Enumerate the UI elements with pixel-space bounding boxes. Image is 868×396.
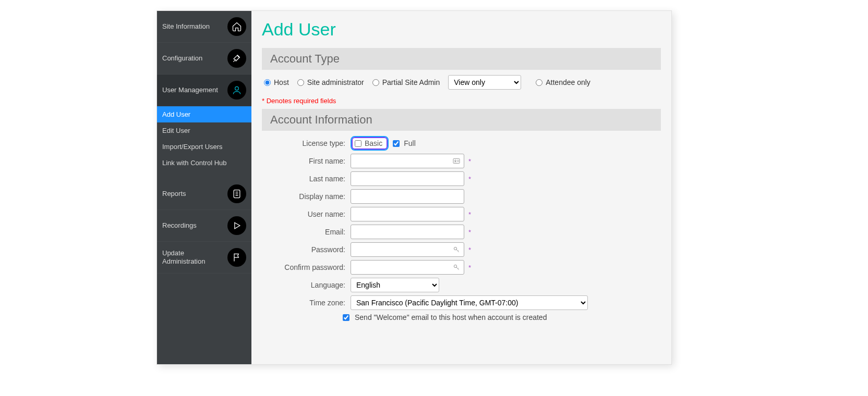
checkbox-license-basic[interactable] bbox=[355, 140, 361, 147]
required-star-last-name: * bbox=[468, 175, 471, 183]
partial-site-admin-select[interactable]: View only bbox=[448, 75, 521, 90]
radio-option-site-administrator[interactable]: Site administrator bbox=[297, 78, 364, 86]
form-row-language: Language: English bbox=[262, 278, 661, 292]
first-name-input[interactable] bbox=[351, 154, 464, 168]
sidebar-item-recordings[interactable]: Recordings bbox=[157, 210, 251, 242]
section-header-account-information: Account Information bbox=[262, 109, 661, 131]
form-row-password: Password: * bbox=[262, 242, 661, 257]
send-welcome-label: Send "Welcome" email to this host when a… bbox=[355, 313, 547, 321]
confirm-password-input[interactable] bbox=[351, 260, 464, 275]
email-input[interactable] bbox=[351, 225, 464, 239]
page-title: Add User bbox=[262, 19, 661, 40]
radio-option-partial-site-admin[interactable]: Partial Site Admin bbox=[372, 78, 440, 86]
required-star-user-name: * bbox=[468, 211, 471, 218]
user-icon bbox=[227, 81, 246, 100]
tools-icon bbox=[227, 49, 246, 68]
checkbox-send-welcome[interactable] bbox=[343, 314, 349, 321]
sidebar-subitem-add-user[interactable]: Add User bbox=[157, 106, 251, 122]
sidebar-label-configuration: Configuration bbox=[162, 54, 224, 63]
form-field-language: English bbox=[351, 278, 439, 292]
form-row-first-name: First name: * bbox=[262, 154, 661, 168]
app-shell: Site Information Configuration User Mana… bbox=[156, 10, 672, 365]
sidebar-label-update-administration: Update Administration bbox=[162, 249, 224, 266]
form-label-confirm-password: Confirm password: bbox=[262, 263, 351, 271]
document-icon bbox=[227, 184, 246, 203]
sidebar-label-reports: Reports bbox=[162, 190, 224, 198]
form-label-user-name: User name: bbox=[262, 210, 351, 218]
user-name-input[interactable] bbox=[351, 207, 464, 221]
radio-option-attendee-only[interactable]: Attendee only bbox=[536, 78, 590, 86]
radio-site-administrator[interactable] bbox=[297, 79, 304, 86]
language-select[interactable]: English bbox=[351, 278, 439, 292]
form-field-user-name: * bbox=[351, 207, 471, 221]
radio-label-site-administrator: Site administrator bbox=[307, 78, 364, 86]
required-fields-note: * Denotes required fields bbox=[262, 97, 661, 105]
form-row-email: Email: * bbox=[262, 225, 661, 239]
checkbox-license-full[interactable] bbox=[393, 140, 400, 147]
sidebar: Site Information Configuration User Mana… bbox=[157, 11, 251, 364]
license-full-label: Full bbox=[404, 139, 416, 147]
sidebar-item-reports[interactable]: Reports bbox=[157, 178, 251, 210]
form-label-license-type: License type: bbox=[262, 139, 351, 147]
form-row-time-zone: Time zone: San Francisco (Pacific Daylig… bbox=[262, 295, 661, 310]
section-header-account-type: Account Type bbox=[262, 48, 661, 70]
sidebar-subitem-link-control-hub[interactable]: Link with Control Hub bbox=[157, 155, 251, 171]
sidebar-item-update-administration[interactable]: Update Administration bbox=[157, 242, 251, 274]
required-star-password: * bbox=[468, 246, 471, 254]
form-row-last-name: Last name: * bbox=[262, 171, 661, 186]
account-type-row: Host Site administrator Partial Site Adm… bbox=[264, 75, 659, 90]
required-star-email: * bbox=[468, 228, 471, 236]
sidebar-label-recordings: Recordings bbox=[162, 221, 224, 230]
radio-host[interactable] bbox=[264, 79, 271, 86]
radio-label-attendee-only: Attendee only bbox=[546, 78, 590, 86]
form-field-license-type: Basic Full bbox=[351, 136, 416, 151]
sidebar-item-site-information[interactable]: Site Information bbox=[157, 11, 251, 43]
radio-label-partial-site-admin: Partial Site Admin bbox=[382, 78, 440, 86]
form-row-display-name: Display name: bbox=[262, 189, 661, 204]
form-label-display-name: Display name: bbox=[262, 192, 351, 201]
display-name-input[interactable] bbox=[351, 189, 464, 204]
radio-option-host[interactable]: Host bbox=[264, 78, 289, 86]
form-field-last-name: * bbox=[351, 171, 471, 186]
required-star-first-name: * bbox=[468, 157, 471, 165]
form-row-confirm-password: Confirm password: * bbox=[262, 260, 661, 275]
sidebar-subitem-import-export[interactable]: Import/Export Users bbox=[157, 139, 251, 155]
form-label-first-name: First name: bbox=[262, 157, 351, 165]
sidebar-label-site-information: Site Information bbox=[162, 22, 224, 31]
form-field-time-zone: San Francisco (Pacific Daylight Time, GM… bbox=[351, 295, 588, 310]
time-zone-select[interactable]: San Francisco (Pacific Daylight Time, GM… bbox=[351, 295, 588, 310]
form-label-email: Email: bbox=[262, 228, 351, 236]
form-row-license-type: License type: Basic Full bbox=[262, 136, 661, 151]
first-name-input-wrap bbox=[351, 154, 464, 168]
form-label-language: Language: bbox=[262, 281, 351, 289]
form-field-email: * bbox=[351, 225, 471, 239]
send-welcome-row: Send "Welcome" email to this host when a… bbox=[343, 313, 661, 321]
license-basic-label: Basic bbox=[365, 139, 382, 147]
form-field-password: * bbox=[351, 242, 471, 257]
radio-label-host: Host bbox=[274, 78, 289, 86]
required-star-confirm-password: * bbox=[468, 264, 471, 271]
form-label-password: Password: bbox=[262, 245, 351, 254]
svg-point-0 bbox=[235, 86, 239, 90]
form-field-first-name: * bbox=[351, 154, 471, 168]
last-name-input[interactable] bbox=[351, 171, 464, 186]
password-input-wrap bbox=[351, 242, 464, 257]
sidebar-label-user-management: User Management bbox=[162, 86, 224, 94]
license-basic-highlight: Basic bbox=[351, 136, 389, 151]
play-icon bbox=[227, 216, 246, 235]
form-label-time-zone: Time zone: bbox=[262, 299, 351, 307]
form-field-confirm-password: * bbox=[351, 260, 471, 275]
confirm-password-input-wrap bbox=[351, 260, 464, 275]
form-field-display-name bbox=[351, 189, 464, 204]
home-icon bbox=[227, 17, 246, 36]
sidebar-item-configuration[interactable]: Configuration bbox=[157, 43, 251, 75]
sidebar-item-user-management[interactable]: User Management bbox=[157, 75, 251, 106]
flag-icon bbox=[227, 248, 246, 267]
form-label-last-name: Last name: bbox=[262, 175, 351, 183]
sidebar-subitem-edit-user[interactable]: Edit User bbox=[157, 122, 251, 139]
radio-attendee-only[interactable] bbox=[536, 79, 542, 86]
main-content: Add User Account Type Host Site administ… bbox=[251, 11, 671, 364]
radio-partial-site-admin[interactable] bbox=[372, 79, 379, 86]
password-input[interactable] bbox=[351, 242, 464, 257]
form-row-user-name: User name: * bbox=[262, 207, 661, 221]
